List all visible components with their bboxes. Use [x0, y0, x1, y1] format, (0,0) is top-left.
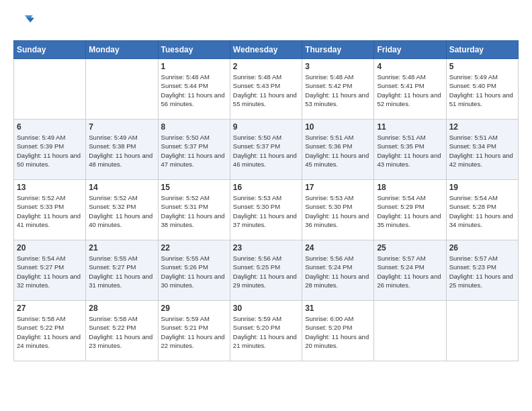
calendar-cell: 22Sunrise: 5:55 AM Sunset: 5:26 PM Dayli… [158, 240, 230, 301]
day-detail: Sunrise: 5:54 AM Sunset: 5:28 PM Dayligh… [449, 193, 515, 229]
day-header-monday: Monday [86, 41, 158, 59]
day-number: 3 [305, 62, 371, 71]
day-number: 28 [89, 304, 154, 313]
day-number: 25 [377, 243, 443, 253]
calendar-cell: 8Sunrise: 5:50 AM Sunset: 5:37 PM Daylig… [158, 120, 230, 180]
calendar-cell [86, 59, 158, 120]
day-header-friday: Friday [374, 41, 446, 59]
day-number: 11 [377, 122, 443, 132]
calendar-week-2: 6Sunrise: 5:49 AM Sunset: 5:39 PM Daylig… [14, 120, 519, 180]
day-detail: Sunrise: 5:49 AM Sunset: 5:39 PM Dayligh… [17, 133, 83, 169]
logo [13, 13, 36, 34]
calendar-cell: 21Sunrise: 5:55 AM Sunset: 5:27 PM Dayli… [86, 240, 158, 301]
calendar-cell: 24Sunrise: 5:56 AM Sunset: 5:24 PM Dayli… [302, 240, 374, 301]
day-number: 6 [17, 122, 83, 132]
day-detail: Sunrise: 5:54 AM Sunset: 5:27 PM Dayligh… [17, 254, 83, 289]
calendar-cell: 27Sunrise: 5:58 AM Sunset: 5:22 PM Dayli… [14, 301, 86, 361]
day-number: 10 [305, 122, 371, 132]
day-detail: Sunrise: 5:48 AM Sunset: 5:44 PM Dayligh… [161, 73, 227, 108]
day-detail: Sunrise: 5:55 AM Sunset: 5:27 PM Dayligh… [89, 254, 154, 289]
day-detail: Sunrise: 5:48 AM Sunset: 5:43 PM Dayligh… [233, 73, 299, 108]
calendar-cell [14, 59, 86, 120]
day-detail: Sunrise: 5:58 AM Sunset: 5:22 PM Dayligh… [17, 314, 83, 350]
calendar-cell [446, 301, 518, 361]
calendar-cell: 9Sunrise: 5:50 AM Sunset: 5:37 PM Daylig… [230, 120, 302, 180]
calendar-cell: 16Sunrise: 5:53 AM Sunset: 5:30 PM Dayli… [230, 180, 302, 240]
day-number: 26 [449, 243, 515, 253]
calendar-cell: 26Sunrise: 5:57 AM Sunset: 5:23 PM Dayli… [446, 240, 518, 301]
calendar-cell [374, 301, 446, 361]
calendar-week-5: 27Sunrise: 5:58 AM Sunset: 5:22 PM Dayli… [14, 301, 519, 361]
day-detail: Sunrise: 5:51 AM Sunset: 5:36 PM Dayligh… [305, 133, 371, 169]
calendar-cell: 2Sunrise: 5:48 AM Sunset: 5:43 PM Daylig… [230, 59, 302, 120]
day-number: 7 [89, 122, 154, 132]
day-number: 9 [233, 122, 299, 132]
calendar-cell: 4Sunrise: 5:48 AM Sunset: 5:41 PM Daylig… [374, 59, 446, 120]
calendar-week-1: 1Sunrise: 5:48 AM Sunset: 5:44 PM Daylig… [14, 59, 519, 120]
svg-marker-1 [26, 17, 34, 22]
day-number: 18 [377, 183, 443, 192]
day-detail: Sunrise: 5:56 AM Sunset: 5:25 PM Dayligh… [233, 254, 299, 289]
day-detail: Sunrise: 5:53 AM Sunset: 5:30 PM Dayligh… [305, 193, 371, 229]
day-number: 24 [305, 243, 371, 253]
day-detail: Sunrise: 5:48 AM Sunset: 5:41 PM Dayligh… [377, 73, 443, 108]
day-number: 22 [161, 243, 227, 253]
day-number: 15 [161, 183, 227, 192]
calendar-week-3: 13Sunrise: 5:52 AM Sunset: 5:33 PM Dayli… [14, 180, 519, 240]
day-number: 2 [233, 62, 299, 71]
calendar-cell: 1Sunrise: 5:48 AM Sunset: 5:44 PM Daylig… [158, 59, 230, 120]
page-header [13, 13, 519, 34]
calendar-cell: 5Sunrise: 5:49 AM Sunset: 5:40 PM Daylig… [446, 59, 518, 120]
day-detail: Sunrise: 5:57 AM Sunset: 5:23 PM Dayligh… [449, 254, 515, 289]
day-number: 1 [161, 62, 227, 71]
calendar-cell: 23Sunrise: 5:56 AM Sunset: 5:25 PM Dayli… [230, 240, 302, 301]
calendar-cell: 18Sunrise: 5:54 AM Sunset: 5:29 PM Dayli… [374, 180, 446, 240]
day-number: 16 [233, 183, 299, 192]
calendar-cell: 10Sunrise: 5:51 AM Sunset: 5:36 PM Dayli… [302, 120, 374, 180]
day-number: 14 [89, 183, 154, 192]
day-number: 23 [233, 243, 299, 253]
day-detail: Sunrise: 5:53 AM Sunset: 5:30 PM Dayligh… [233, 193, 299, 229]
logo-icon [13, 13, 34, 34]
day-header-tuesday: Tuesday [158, 41, 230, 59]
calendar-cell: 6Sunrise: 5:49 AM Sunset: 5:39 PM Daylig… [14, 120, 86, 180]
day-header-saturday: Saturday [446, 41, 518, 59]
day-header-thursday: Thursday [302, 41, 374, 59]
calendar-cell: 30Sunrise: 5:59 AM Sunset: 5:20 PM Dayli… [230, 301, 302, 361]
day-number: 20 [17, 243, 83, 253]
day-detail: Sunrise: 5:58 AM Sunset: 5:22 PM Dayligh… [89, 314, 154, 350]
day-detail: Sunrise: 5:52 AM Sunset: 5:33 PM Dayligh… [17, 193, 83, 229]
day-detail: Sunrise: 5:54 AM Sunset: 5:29 PM Dayligh… [377, 193, 443, 229]
calendar-cell: 25Sunrise: 5:57 AM Sunset: 5:24 PM Dayli… [374, 240, 446, 301]
day-number: 5 [449, 62, 515, 71]
calendar-cell: 28Sunrise: 5:58 AM Sunset: 5:22 PM Dayli… [86, 301, 158, 361]
day-number: 19 [449, 183, 515, 192]
calendar-week-4: 20Sunrise: 5:54 AM Sunset: 5:27 PM Dayli… [14, 240, 519, 301]
day-detail: Sunrise: 5:51 AM Sunset: 5:35 PM Dayligh… [377, 133, 443, 169]
day-detail: Sunrise: 5:55 AM Sunset: 5:26 PM Dayligh… [161, 254, 227, 289]
calendar-cell: 13Sunrise: 5:52 AM Sunset: 5:33 PM Dayli… [14, 180, 86, 240]
calendar-cell: 19Sunrise: 5:54 AM Sunset: 5:28 PM Dayli… [446, 180, 518, 240]
calendar-table: SundayMondayTuesdayWednesdayThursdayFrid… [13, 40, 519, 361]
day-detail: Sunrise: 5:51 AM Sunset: 5:34 PM Dayligh… [449, 133, 515, 169]
calendar-cell: 15Sunrise: 5:52 AM Sunset: 5:31 PM Dayli… [158, 180, 230, 240]
calendar-cell: 3Sunrise: 5:48 AM Sunset: 5:42 PM Daylig… [302, 59, 374, 120]
day-header-wednesday: Wednesday [230, 41, 302, 59]
day-header-sunday: Sunday [14, 41, 86, 59]
day-detail: Sunrise: 5:52 AM Sunset: 5:31 PM Dayligh… [161, 193, 227, 229]
calendar-cell: 11Sunrise: 5:51 AM Sunset: 5:35 PM Dayli… [374, 120, 446, 180]
day-number: 31 [305, 304, 371, 313]
day-detail: Sunrise: 6:00 AM Sunset: 5:20 PM Dayligh… [305, 314, 371, 350]
day-detail: Sunrise: 5:59 AM Sunset: 5:20 PM Dayligh… [233, 314, 299, 350]
day-number: 4 [377, 62, 443, 71]
day-number: 27 [17, 304, 83, 313]
day-number: 21 [89, 243, 154, 253]
day-number: 17 [305, 183, 371, 192]
calendar-cell: 17Sunrise: 5:53 AM Sunset: 5:30 PM Dayli… [302, 180, 374, 240]
calendar-cell: 20Sunrise: 5:54 AM Sunset: 5:27 PM Dayli… [14, 240, 86, 301]
calendar-cell: 14Sunrise: 5:52 AM Sunset: 5:32 PM Dayli… [86, 180, 158, 240]
calendar-cell: 31Sunrise: 6:00 AM Sunset: 5:20 PM Dayli… [302, 301, 374, 361]
day-detail: Sunrise: 5:52 AM Sunset: 5:32 PM Dayligh… [89, 193, 154, 229]
day-detail: Sunrise: 5:57 AM Sunset: 5:24 PM Dayligh… [377, 254, 443, 289]
day-detail: Sunrise: 5:56 AM Sunset: 5:24 PM Dayligh… [305, 254, 371, 289]
